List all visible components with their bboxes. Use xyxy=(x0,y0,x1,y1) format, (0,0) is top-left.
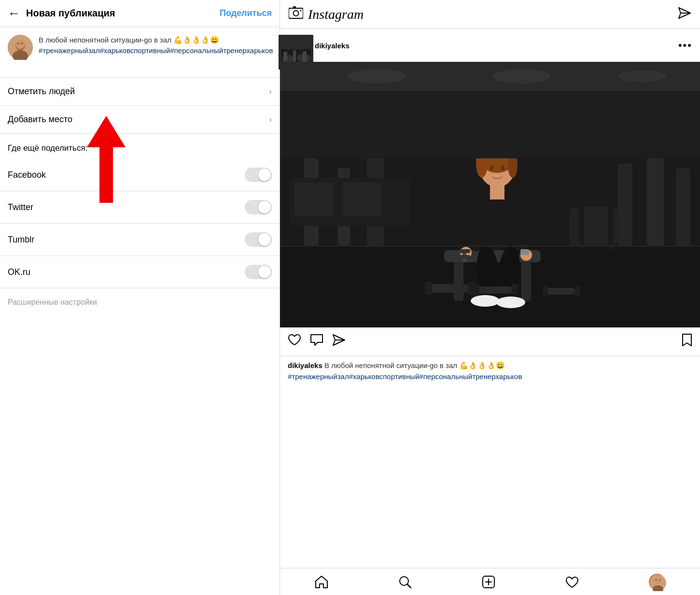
page-title: Новая публикация xyxy=(26,8,220,19)
svg-rect-67 xyxy=(512,284,518,296)
svg-point-90 xyxy=(659,579,660,580)
svg-rect-39 xyxy=(454,262,463,301)
svg-rect-10 xyxy=(283,52,287,61)
svg-rect-13 xyxy=(289,8,303,18)
post-image xyxy=(280,62,700,327)
svg-rect-65 xyxy=(478,286,512,294)
like-button[interactable] xyxy=(288,334,301,350)
facebook-label: Facebook xyxy=(8,170,46,180)
profile-avatar-nav[interactable] xyxy=(649,574,665,590)
share-button[interactable]: Поделиться xyxy=(220,8,272,18)
svg-point-28 xyxy=(618,71,666,82)
svg-point-3 xyxy=(16,40,25,49)
svg-rect-70 xyxy=(574,286,580,297)
svg-rect-69 xyxy=(543,286,548,297)
svg-point-16 xyxy=(300,10,302,12)
chevron-right-icon: › xyxy=(269,86,272,97)
add-post-button[interactable] xyxy=(482,575,495,589)
okru-toggle[interactable] xyxy=(245,265,272,279)
caption-username[interactable]: dikiyaleks xyxy=(288,361,322,369)
twitter-share-item: Twitter xyxy=(0,191,280,224)
post-caption-preview: В любой непонятной ситуации-go в зал 💪👌👌… xyxy=(39,35,273,70)
bookmark-button[interactable] xyxy=(682,333,692,350)
toggle-knob xyxy=(258,233,271,246)
svg-line-82 xyxy=(407,584,411,588)
svg-rect-40 xyxy=(521,262,531,301)
caption-text: В любой непонятной ситуации-go в зал 💪👌👌… xyxy=(324,361,505,369)
search-button[interactable] xyxy=(398,575,412,589)
svg-point-4 xyxy=(18,43,19,44)
svg-rect-12 xyxy=(303,51,307,62)
svg-rect-73 xyxy=(579,202,584,250)
svg-rect-66 xyxy=(473,284,479,296)
svg-rect-32 xyxy=(618,163,632,245)
svg-point-89 xyxy=(655,579,656,580)
toggle-knob xyxy=(258,266,271,278)
svg-point-14 xyxy=(294,11,299,16)
svg-rect-37 xyxy=(343,183,381,216)
toggle-knob xyxy=(258,201,271,213)
activity-button[interactable] xyxy=(565,575,579,589)
left-header: ← Новая публикация Поделиться xyxy=(0,0,280,27)
svg-rect-63 xyxy=(425,282,432,295)
tumblr-toggle[interactable] xyxy=(245,232,272,247)
tumblr-label: Tumblr xyxy=(8,235,34,245)
instagram-logo: Instagram xyxy=(308,7,678,22)
svg-rect-48 xyxy=(459,255,470,259)
svg-point-52 xyxy=(496,297,525,308)
twitter-toggle[interactable] xyxy=(245,200,272,214)
svg-rect-15 xyxy=(293,6,296,9)
instagram-preview-panel: Instagram dikiyaleks ••• xyxy=(280,0,700,595)
send-icon[interactable] xyxy=(678,7,691,22)
svg-point-26 xyxy=(348,69,406,84)
facebook-share-item: Facebook xyxy=(0,159,280,191)
svg-point-60 xyxy=(501,166,505,170)
post-username[interactable]: dikiyaleks xyxy=(315,42,678,50)
svg-rect-33 xyxy=(647,158,664,245)
advanced-settings-button[interactable]: Расширенные настройки xyxy=(0,288,280,316)
svg-point-51 xyxy=(471,295,500,307)
post-preview: В любой непонятной ситуации-go в зал 💪👌👌… xyxy=(0,27,280,78)
caption-hashtags: #тренажерныйзал#харьковспортивный#персон… xyxy=(288,372,522,381)
bottom-nav xyxy=(280,568,700,595)
add-location-button[interactable]: Добавить место › xyxy=(0,106,280,134)
svg-rect-75 xyxy=(280,245,700,247)
chevron-right-icon: › xyxy=(269,114,272,125)
svg-rect-76 xyxy=(280,91,700,158)
back-button[interactable]: ← xyxy=(8,6,20,21)
svg-rect-34 xyxy=(676,168,690,245)
svg-rect-68 xyxy=(546,288,574,295)
svg-point-5 xyxy=(22,43,23,44)
svg-rect-61 xyxy=(520,249,529,255)
share-section-title: Где ещё поделиться: xyxy=(0,134,280,159)
new-post-panel: ← Новая публикация Поделиться В любой не… xyxy=(0,0,280,595)
svg-rect-11 xyxy=(293,50,296,62)
svg-rect-54 xyxy=(490,185,504,199)
avatar xyxy=(8,35,33,60)
okru-label: OK.ru xyxy=(8,267,30,277)
share-post-button[interactable] xyxy=(332,334,346,350)
svg-rect-74 xyxy=(608,202,613,250)
tumblr-share-item: Tumblr xyxy=(0,224,280,256)
facebook-toggle[interactable] xyxy=(245,168,272,182)
svg-point-27 xyxy=(492,69,550,84)
svg-point-87 xyxy=(655,578,661,584)
action-bar xyxy=(280,327,700,356)
svg-point-59 xyxy=(490,166,493,170)
svg-rect-47 xyxy=(459,249,470,253)
okru-share-item: OK.ru xyxy=(0,256,280,288)
home-button[interactable] xyxy=(315,575,328,589)
more-options-button[interactable]: ••• xyxy=(678,39,692,52)
toggle-knob xyxy=(258,169,271,181)
post-user-row: dikiyaleks ••• xyxy=(280,29,700,62)
tag-people-button[interactable]: Отметить людей › xyxy=(0,78,280,106)
svg-rect-36 xyxy=(294,183,333,216)
comment-button[interactable] xyxy=(310,334,323,350)
twitter-label: Twitter xyxy=(8,202,33,212)
svg-rect-62 xyxy=(430,284,468,293)
post-caption: dikiyaleks В любой непонятной ситуации-g… xyxy=(280,356,700,390)
camera-icon xyxy=(289,6,303,22)
instagram-header: Instagram xyxy=(280,0,700,29)
